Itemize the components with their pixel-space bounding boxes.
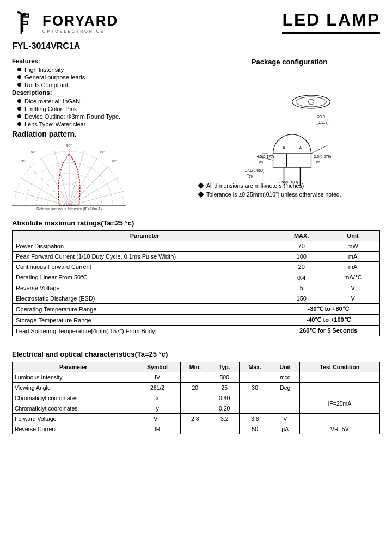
table-cell: 500	[210, 372, 239, 383]
svg-text:Φ3.0: Φ3.0	[317, 115, 325, 119]
desc-item-1: Dice material: InGaN.	[17, 98, 193, 105]
bullet-icon	[17, 99, 21, 103]
main-content: Features: High Instensity General purpos…	[12, 58, 380, 211]
table-row: Chromaticiyt coordinatesx0.40IF=20mA	[13, 393, 380, 403]
elec-col-header: Min.	[180, 362, 210, 372]
table-cell: Lead Soldering Temperature[4mm(.157") Fr…	[13, 326, 277, 336]
table-cell: y	[134, 403, 181, 414]
table-cell: V	[271, 414, 299, 424]
svg-line-10	[14, 191, 69, 206]
feature-item-1: High Instensity	[17, 66, 193, 73]
table-cell: Electrostatic Discharge (ESD)	[13, 293, 277, 304]
table-cell: 0.40	[210, 393, 239, 403]
svg-point-21	[296, 97, 327, 107]
features-title: Features:	[12, 58, 193, 64]
svg-text:Relative luminous Intensity (I: Relative luminous Intensity (IF=20m A)	[36, 207, 102, 211]
svg-text:Typ: Typ	[247, 174, 253, 178]
svg-text:K: K	[283, 146, 286, 150]
feature-item-3: RoHs Compliant.	[17, 82, 193, 88]
table-cell: VF	[134, 414, 181, 424]
table-cell: -30℃ to +80℃	[277, 304, 380, 315]
desc-text-3: Device Outline: Φ3mm Round Type.	[24, 113, 120, 120]
table-cell: μA	[271, 424, 299, 434]
table-row: Continuous Forward Current20mA	[13, 262, 380, 272]
table-cell: Chromaticiyt coordinates	[13, 403, 134, 414]
bullet-icon	[17, 107, 21, 111]
bullet-icon	[17, 122, 21, 126]
svg-text:30°: 30°	[21, 160, 27, 163]
bullet-icon	[17, 114, 21, 118]
radiation-title: Radiation pattern.	[12, 130, 193, 138]
table-cell	[271, 393, 299, 403]
feature-item-2: General purpose leads	[17, 74, 193, 81]
table-cell	[239, 403, 271, 414]
table-cell: Power Dissipation	[13, 241, 277, 252]
table-row: Reverse Voltage5V	[13, 283, 380, 293]
svg-text:17.0(0.669): 17.0(0.669)	[245, 168, 265, 173]
svg-text:Typ: Typ	[314, 160, 320, 164]
table-cell: Luminous Intensity	[13, 372, 134, 383]
table-cell: IV	[134, 372, 181, 383]
table-cell: 0.20	[210, 403, 239, 414]
feature-text-2: General purpose leads	[24, 74, 85, 81]
svg-text:30°: 30°	[112, 160, 117, 163]
bullet-icon	[17, 83, 21, 87]
svg-text:60°: 60°	[100, 150, 105, 154]
svg-point-20	[292, 95, 330, 108]
table-cell	[299, 414, 379, 424]
abs-max-table: Parameter MAX. Unit Power Dissipation70m…	[12, 230, 380, 336]
radiation-diagram: 90° 0° 0° 30° 30° 60° 60° Relative lumin…	[12, 140, 126, 211]
diamond-icon	[198, 191, 204, 197]
svg-text:(0.118): (0.118)	[317, 120, 329, 125]
table-row: Power Dissipation70mW	[13, 241, 380, 252]
desc-item-2: Emitting Color: Pink	[17, 106, 193, 112]
elec-table: ParameterSymbolMin.Typ.Max.UnitTest Cond…	[12, 362, 380, 434]
brand-name: FORYARD	[42, 13, 118, 29]
bullet-icon	[17, 68, 21, 71]
table-cell: 5	[277, 283, 326, 293]
table-cell: 3.6	[239, 414, 271, 424]
svg-line-5	[69, 191, 124, 206]
elec-title: Electrical and optical characteristics(T…	[12, 350, 380, 358]
elec-col-header: Test Condition	[299, 362, 379, 372]
abs-max-title: Absolute maximun ratings(Ta=25 °c)	[12, 219, 380, 227]
elec-col-header: Unit	[271, 362, 299, 372]
svg-rect-23	[273, 154, 311, 167]
right-column: Package configuration	[199, 58, 380, 211]
table-cell: V	[326, 293, 380, 304]
table-row: Forward VoltageVF2.83.23.6V	[13, 414, 380, 424]
table-row: Peak Forward Current (1/10 Duty Cycle, 0…	[13, 252, 380, 262]
svg-text:A: A	[299, 146, 302, 150]
table-row: Lead Soldering Temperature[4mm(.157") Fr…	[13, 326, 380, 336]
left-column: Features: High Instensity General purpos…	[12, 58, 193, 211]
table-cell: Forward Voltage	[13, 414, 134, 424]
abs-col-unit: Unit	[326, 231, 380, 241]
logo-icon	[12, 10, 38, 36]
table-cell: 25	[210, 383, 239, 393]
table-row: Electrostatic Discharge (ESD)150V	[13, 293, 380, 304]
table-cell	[180, 424, 210, 434]
table-cell: 20	[277, 262, 326, 272]
table-cell: Storage Temperature Range	[13, 315, 277, 326]
table-cell: 2.8	[180, 414, 210, 424]
svg-text:60°: 60°	[31, 150, 36, 154]
table-row: Operating Temperature Range-30℃ to +80℃	[13, 304, 380, 315]
svg-line-1	[69, 151, 84, 206]
abs-col-max: MAX.	[277, 231, 326, 241]
table-cell	[180, 393, 210, 403]
package-config-title: Package configuration	[199, 58, 380, 66]
product-type-title: LED LAMP	[282, 10, 380, 34]
elec-col-header: Typ.	[210, 362, 239, 372]
table-cell: V	[326, 283, 380, 293]
table-row: Storage Temperature Range-40℃ to +100℃	[13, 315, 380, 326]
table-row: Luminous IntensityIV500mcd	[13, 372, 380, 383]
descriptions-title: Descriptions:	[12, 89, 193, 96]
table-cell: Chromaticiyt coordinates	[13, 393, 134, 403]
svg-text:Typ: Typ	[257, 160, 263, 164]
table-cell: Peak Forward Current (1/10 Duty Cycle, 0…	[13, 252, 277, 262]
abs-col-param: Parameter	[13, 231, 277, 241]
table-cell: 70	[277, 241, 326, 252]
elec-col-header: Max.	[239, 362, 271, 372]
table-cell: 50	[239, 424, 271, 434]
feature-text-1: High Instensity	[24, 66, 64, 73]
